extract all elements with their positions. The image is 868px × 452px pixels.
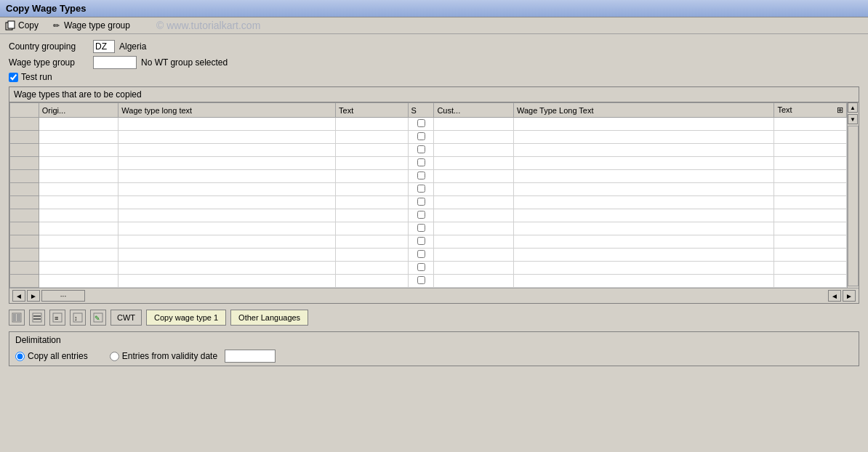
svg-text:↕: ↕ (74, 315, 78, 322)
col-header-orig: Origi... (39, 103, 118, 118)
row-checkbox[interactable] (417, 132, 425, 140)
table-row (10, 262, 847, 275)
row-checkbox[interactable] (417, 211, 425, 219)
scroll-down-arrow[interactable]: ▼ (848, 114, 858, 124)
col-header-cust-text: Text ⊞ (774, 103, 847, 118)
col-header-s: S (408, 103, 434, 118)
col-header-text: Text (336, 103, 409, 118)
test-run-row: Test run (9, 72, 859, 82)
icon-button-3[interactable]: ≡ (49, 310, 65, 326)
nav-right-btn[interactable]: ► (27, 290, 40, 302)
delimitation-options: Copy all entries Entries from validity d… (15, 350, 853, 363)
row-checkbox[interactable] (417, 119, 425, 127)
validity-date-input[interactable] (225, 350, 276, 363)
table-row (10, 209, 847, 222)
copy-all-label: Copy all entries (28, 351, 88, 361)
row-checkbox[interactable] (417, 250, 425, 258)
wage-type-group-toolbar-item[interactable]: ✏ Wage type group (50, 20, 130, 31)
action-buttons-row: ≡ ↕ ✎ CWT Copy wage type 1 Other Languag… (9, 308, 859, 327)
delimitation-header: Delimitation (15, 335, 853, 345)
col-header-cust-long-text: Wage Type Long Text (513, 103, 773, 118)
wage-type-group-row: Wage type group No WT group selected (9, 56, 859, 69)
row-checkbox[interactable] (417, 276, 425, 284)
table-row (10, 235, 847, 249)
svg-rect-4 (17, 314, 20, 321)
table-row (10, 249, 847, 262)
test-run-checkbox[interactable] (9, 73, 18, 82)
copy-wage-type-button[interactable]: Copy wage type 1 (146, 310, 226, 326)
nav-scroll-area[interactable]: ··· (41, 290, 85, 302)
row-checkbox[interactable] (417, 185, 425, 193)
entries-from-validity-radio[interactable] (110, 352, 119, 361)
entries-from-validity-label: Entries from validity date (122, 351, 217, 361)
table-row (10, 183, 847, 196)
test-run-label: Test run (21, 72, 52, 82)
icon-button-1[interactable] (9, 310, 25, 326)
svg-rect-6 (33, 315, 41, 317)
cwt-button[interactable]: CWT (110, 310, 142, 326)
nav-scroll-left-btn[interactable]: ◄ (828, 290, 841, 302)
row-checkbox[interactable] (417, 171, 425, 179)
table-row (10, 118, 847, 131)
wage-types-table-section: Wage types that are to be copied Origi..… (9, 86, 859, 304)
row-checkbox[interactable] (417, 263, 425, 271)
nav-scroll-right-btn[interactable]: ► (843, 290, 856, 302)
horizontal-nav: ◄ ► ··· ◄ ► (9, 288, 859, 303)
svg-rect-5 (33, 313, 41, 322)
entries-from-validity-option: Entries from validity date (110, 350, 276, 363)
edit-icon: ✏ (50, 20, 62, 31)
table-row (10, 275, 847, 288)
col-header-cust: Cust... (434, 103, 514, 118)
other-languages-button[interactable]: Other Languages (230, 310, 308, 326)
column-settings-icon[interactable]: ⊞ (837, 105, 843, 115)
icon-button-4[interactable]: ↕ (70, 310, 86, 326)
nav-left-btn[interactable]: ◄ (12, 290, 25, 302)
table-section-header: Wage types that are to be copied (9, 87, 859, 102)
copy-icon (4, 20, 16, 31)
svg-rect-7 (33, 318, 41, 320)
svg-rect-3 (13, 314, 16, 321)
country-name: Algeria (119, 41, 146, 52)
country-grouping-input[interactable] (93, 40, 115, 53)
row-checkbox[interactable] (417, 224, 425, 232)
delimitation-section: Delimitation Copy all entries Entries fr… (9, 331, 859, 366)
table-row (10, 131, 847, 144)
table-inner: Origi... Wage type long text Text S Cust… (9, 102, 847, 288)
vertical-scrollbar[interactable]: ▲ ▼ (847, 102, 859, 288)
col-header-long-text: Wage type long text (118, 103, 336, 118)
row-checkbox[interactable] (417, 158, 425, 166)
country-grouping-row: Country grouping Algeria (9, 40, 859, 53)
table-wrapper: Origi... Wage type long text Text S Cust… (9, 102, 859, 288)
copy-all-radio[interactable] (15, 352, 25, 361)
table-row (10, 222, 847, 235)
row-checkbox[interactable] (417, 145, 425, 153)
table-row (10, 170, 847, 183)
table-row (10, 157, 847, 170)
row-checkbox[interactable] (417, 198, 425, 206)
icon-button-5[interactable]: ✎ (90, 310, 106, 326)
wage-type-group-form-label: Wage type group (9, 57, 89, 68)
scroll-up-arrow[interactable]: ▲ (848, 102, 858, 113)
table-row (10, 144, 847, 157)
no-wt-group-text: No WT group selected (141, 57, 228, 68)
data-table: Origi... Wage type long text Text S Cust… (9, 102, 847, 288)
scroll-thumb[interactable] (848, 126, 859, 286)
window-title: Copy Wage Types (6, 3, 87, 14)
toolbar: Copy ✏ Wage type group © www.tutorialkar… (0, 17, 868, 34)
row-checkbox[interactable] (417, 237, 425, 245)
svg-text:≡: ≡ (55, 315, 58, 322)
wage-type-group-input[interactable] (93, 56, 137, 69)
svg-text:✎: ✎ (95, 315, 100, 322)
copy-all-option: Copy all entries (15, 351, 88, 361)
table-row (10, 196, 847, 209)
icon-button-2[interactable] (29, 310, 45, 326)
title-bar: Copy Wage Types (0, 0, 868, 17)
copy-toolbar-item[interactable]: Copy (4, 20, 39, 31)
svg-rect-1 (8, 21, 15, 28)
wage-type-group-label: Wage type group (64, 20, 130, 31)
col-header-rownum (10, 103, 39, 118)
country-grouping-label: Country grouping (9, 41, 89, 52)
watermark: © www.tutorialkart.com (156, 20, 260, 31)
copy-label: Copy (18, 20, 39, 31)
main-content: Country grouping Algeria Wage type group… (0, 34, 868, 372)
